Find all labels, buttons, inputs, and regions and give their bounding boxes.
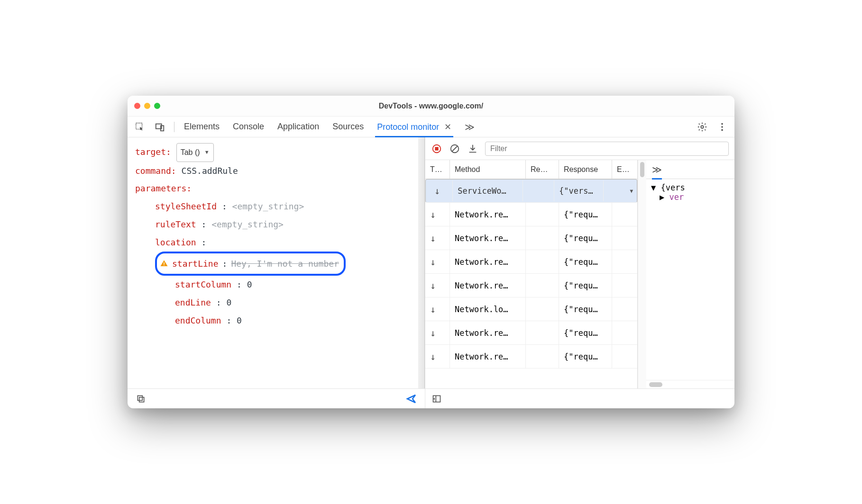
- tab-protocol-monitor-label: Protocol monitor: [377, 122, 439, 132]
- row-method: ServiceWo…: [453, 180, 523, 201]
- row-request: [526, 250, 559, 273]
- param-location-key[interactable]: location: [155, 237, 196, 247]
- filter-input[interactable]: [485, 142, 729, 156]
- command-editor-pane: target: Tab () command: CSS.addRule para…: [128, 137, 425, 408]
- log-vscrollbar[interactable]: [638, 160, 646, 388]
- tab-sources[interactable]: Sources: [331, 117, 365, 136]
- window-minimize-button[interactable]: [144, 103, 150, 109]
- param-ruletext-value[interactable]: <empty_string>: [211, 219, 284, 229]
- tab-application[interactable]: Application: [276, 117, 320, 136]
- copy-icon[interactable]: [135, 393, 147, 405]
- log-row[interactable]: ↓Network.re…{"requ…: [425, 203, 637, 226]
- record-stop-icon[interactable]: [431, 143, 442, 154]
- col-method[interactable]: Method: [450, 160, 526, 179]
- svg-point-6: [721, 129, 723, 131]
- warning-icon: [160, 259, 168, 268]
- row-elapsed: [612, 203, 633, 226]
- log-row[interactable]: ↓ServiceWo…{"vers…: [425, 179, 637, 203]
- window-close-button[interactable]: [134, 103, 140, 109]
- row-direction-icon: ↓: [425, 297, 450, 321]
- log-bottom-bar: [425, 388, 734, 408]
- param-endcolumn-key[interactable]: endColumn: [175, 315, 221, 325]
- editor-scrollbar[interactable]: [418, 137, 425, 388]
- svg-point-3: [701, 126, 704, 128]
- row-elapsed: [612, 250, 633, 273]
- row-elapsed: [612, 226, 633, 250]
- row-response: {"requ…: [559, 203, 612, 226]
- target-select[interactable]: Tab (): [176, 143, 214, 162]
- svg-line-14: [452, 146, 458, 151]
- device-toolbar-icon[interactable]: [154, 121, 165, 133]
- command-label: command:: [135, 166, 176, 176]
- row-direction-icon: ↓: [425, 274, 450, 297]
- log-toolbar: [425, 137, 734, 160]
- param-startline-key[interactable]: startLine: [172, 255, 219, 273]
- row-request: [526, 274, 559, 297]
- row-elapsed: [612, 321, 633, 344]
- tree-row-root[interactable]: ▼ {vers: [651, 183, 730, 192]
- log-row[interactable]: ↓Network.re…{"requ…: [425, 321, 637, 345]
- col-request[interactable]: Re…: [526, 160, 559, 179]
- parameters-label: parameters:: [135, 183, 192, 193]
- col-elapsed[interactable]: E…: [612, 160, 633, 179]
- svg-rect-10: [138, 396, 142, 400]
- window-title: DevTools - www.google.com/: [128, 102, 734, 110]
- col-response[interactable]: Response: [559, 160, 612, 179]
- toggle-drawer-icon[interactable]: [431, 393, 442, 405]
- row-response: {"requ…: [559, 250, 612, 273]
- download-icon[interactable]: [467, 143, 478, 154]
- col-elapsed-label: E…: [617, 165, 630, 174]
- tab-console[interactable]: Console: [232, 117, 265, 136]
- inspector-more-tab[interactable]: ≫: [652, 164, 662, 180]
- row-request: [526, 226, 559, 250]
- log-row[interactable]: ↓Network.re…{"requ…: [425, 226, 637, 250]
- param-startline-highlight: startLine : Hey, I'm not a number: [155, 252, 346, 276]
- row-direction-icon: ↓: [425, 345, 450, 368]
- row-method: Network.re…: [450, 274, 526, 297]
- log-row[interactable]: ↓Network.re…{"requ…: [425, 345, 637, 369]
- svg-rect-12: [435, 147, 438, 150]
- kebab-menu-icon[interactable]: [716, 121, 728, 133]
- inspector-tabs: ≫: [646, 160, 734, 179]
- tab-protocol-monitor[interactable]: Protocol monitor ✕: [376, 117, 452, 137]
- row-method: Network.re…: [450, 203, 526, 226]
- inspector-body: ▼ {vers ▶ ver: [646, 179, 734, 380]
- more-tabs-icon[interactable]: ≫: [464, 121, 475, 133]
- close-tab-icon[interactable]: ✕: [444, 122, 451, 132]
- send-command-icon[interactable]: [406, 393, 417, 405]
- log-row[interactable]: ↓Network.re…{"requ…: [425, 274, 637, 297]
- param-endline-value[interactable]: 0: [226, 297, 231, 307]
- param-ruletext-key[interactable]: ruleText: [155, 219, 196, 229]
- inspector-hscrollbar[interactable]: [646, 380, 734, 388]
- row-response: {"vers…: [554, 180, 604, 201]
- inspect-element-icon[interactable]: [134, 121, 146, 133]
- log-table: T… Method Re… Response E… ↓ServiceWo…{"v…: [425, 160, 638, 388]
- command-value[interactable]: CSS.addRule: [182, 166, 238, 176]
- window-maximize-button[interactable]: [154, 103, 160, 109]
- row-response: {"requ…: [559, 345, 612, 368]
- param-startline-value[interactable]: Hey, I'm not a number: [231, 255, 339, 273]
- command-editor-content: target: Tab () command: CSS.addRule para…: [128, 137, 418, 388]
- row-direction-icon: ↓: [430, 180, 453, 201]
- response-inspector: ≫ ▼ {vers ▶ ver: [646, 160, 734, 388]
- settings-gear-icon[interactable]: [697, 121, 708, 133]
- log-row[interactable]: ↓Network.re…{"requ…: [425, 250, 637, 274]
- param-startcolumn-value[interactable]: 0: [247, 279, 252, 289]
- tab-elements[interactable]: Elements: [183, 117, 220, 136]
- svg-rect-7: [164, 262, 165, 265]
- log-row[interactable]: ↓Network.lo…{"requ…: [425, 297, 637, 321]
- row-method: Network.re…: [450, 321, 526, 344]
- row-request: [526, 203, 559, 226]
- tree-row-child[interactable]: ▶ ver: [651, 192, 730, 202]
- col-type[interactable]: T…: [425, 160, 450, 179]
- row-method: Network.re…: [450, 226, 526, 250]
- param-stylesheetid-value[interactable]: <empty_string>: [232, 201, 304, 211]
- clear-log-icon[interactable]: [449, 143, 460, 154]
- param-startcolumn-key[interactable]: startColumn: [175, 279, 231, 289]
- param-endline-key[interactable]: endLine: [175, 297, 211, 307]
- log-table-body: ↓ServiceWo…{"vers…↓Network.re…{"requ…↓Ne…: [425, 179, 637, 388]
- svg-rect-9: [139, 397, 144, 402]
- param-endcolumn-value[interactable]: 0: [237, 315, 242, 325]
- svg-rect-8: [164, 265, 165, 266]
- param-stylesheetid-key[interactable]: styleSheetId: [155, 201, 217, 211]
